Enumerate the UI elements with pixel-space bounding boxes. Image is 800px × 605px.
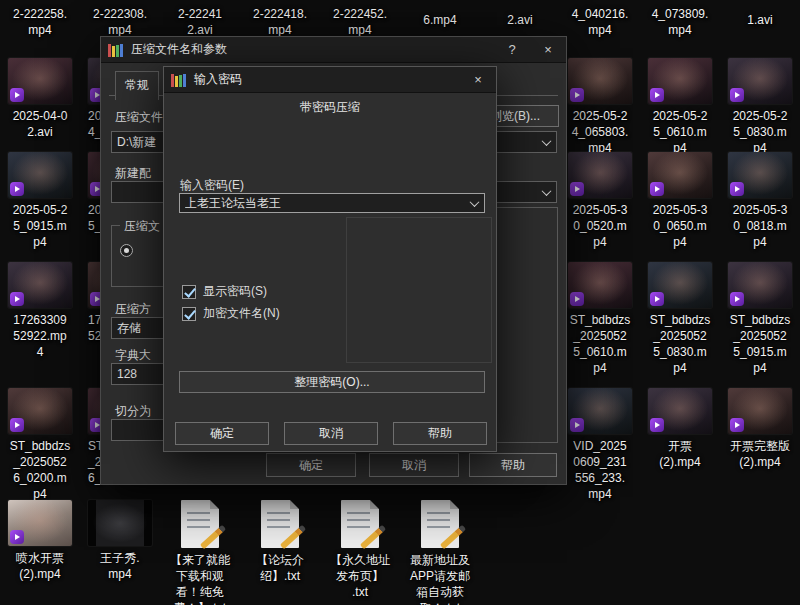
desktop-icon-label: 1726330952922.mp4: [0, 312, 80, 360]
desktop-icon[interactable]: 2025-05-25_0830.mp4: [720, 58, 800, 156]
help-button[interactable]: 帮助: [469, 453, 557, 477]
desktop-icon-label: 6.mp4: [400, 12, 480, 28]
desktop-icon[interactable]: 2025-05-30_0650.mp4: [640, 152, 720, 250]
tab-general[interactable]: 常规: [115, 71, 159, 100]
desktop-icon[interactable]: 最新地址及APP请发邮箱自动获取！.txt: [400, 500, 480, 605]
desktop-icon[interactable]: 【来了就能下载和观看！纯免费！】.txt: [160, 500, 240, 605]
show-password-checkbox[interactable]: 显示密码(S): [182, 283, 267, 300]
desktop-icon[interactable]: 2-222418.mp4: [240, 2, 320, 38]
media-player-badge-icon: [10, 530, 24, 544]
desktop-icon[interactable]: 1726330952922.mp4: [0, 262, 80, 360]
media-player-badge-icon: [10, 418, 24, 432]
password-input-label: 输入密码(E): [180, 177, 244, 194]
video-thumbnail: [8, 58, 72, 104]
desktop-icon[interactable]: 1.avi: [720, 8, 800, 28]
desktop-icon-label: 2-222308.mp4: [80, 6, 160, 38]
desktop-icon[interactable]: 2-222452.mp4: [320, 2, 400, 38]
password-dialog-header: 带密码压缩: [164, 99, 496, 116]
text-file-icon: [181, 500, 219, 548]
desktop-icon-label: 最新地址及APP请发邮箱自动获取！.txt: [400, 552, 480, 605]
desktop-icon-label: 2025-05-25_0915.mp4: [0, 202, 80, 250]
desktop-icon[interactable]: 【论坛介绍】.txt: [240, 500, 320, 584]
cancel-button[interactable]: 取消: [284, 422, 378, 445]
desktop-icon[interactable]: 开票(2).mp4: [640, 388, 720, 470]
video-thumbnail: [8, 262, 72, 308]
page-fold-icon: [210, 500, 219, 509]
chevron-down-icon[interactable]: [466, 195, 483, 211]
desktop-icon[interactable]: ST_bdbdzs_20250525_0830.mp4: [640, 262, 720, 376]
video-thumbnail: [648, 152, 712, 198]
desktop-icon[interactable]: 喷水开票(2).mp4: [0, 500, 80, 582]
cancel-button[interactable]: 取消: [369, 453, 459, 477]
show-password-label: 显示密码(S): [203, 283, 267, 300]
desktop-icon-label: 2-222258.mp4: [0, 6, 80, 38]
media-player-badge-icon: [570, 88, 584, 102]
desktop-icon[interactable]: 2025-05-30_0818.mp4: [720, 152, 800, 250]
desktop-icon[interactable]: 2.avi: [480, 8, 560, 28]
video-thumbnail: [728, 262, 792, 308]
desktop-icon-label: 2025-05-25_0830.mp4: [720, 108, 800, 156]
media-player-badge-icon: [650, 182, 664, 196]
desktop-icon[interactable]: 2025-04-02.avi: [0, 58, 80, 140]
desktop-icon[interactable]: 4_040216.mp4: [560, 2, 640, 38]
text-file-icon: [341, 500, 379, 548]
page-fold-icon: [370, 500, 379, 509]
pencil-icon: [200, 525, 226, 550]
page-fold-icon: [450, 500, 459, 509]
desktop-icon-label: ST_bdbdzs_20250525_0610.mp4: [560, 312, 640, 376]
desktop-icon[interactable]: 2025-05-24_065803.mp4: [560, 58, 640, 156]
desktop-icon[interactable]: 2-222258.mp4: [0, 2, 80, 38]
video-thumbnail: [8, 388, 72, 434]
ok-button[interactable]: 确定: [266, 453, 356, 477]
archive-dialog-titlebar[interactable]: 压缩文件名和参数 ? ×: [101, 37, 566, 63]
close-icon[interactable]: ×: [530, 37, 566, 63]
text-file-icon: [421, 500, 459, 548]
media-player-badge-icon: [570, 292, 584, 306]
archive-name-label: 压缩文件: [115, 109, 163, 126]
media-player-badge-icon: [650, 292, 664, 306]
desktop-icon-label: VID_20250609_231556_233.mp4: [560, 438, 640, 502]
media-player-badge-icon: [730, 418, 744, 432]
desktop-icon-label: 2025-05-30_0818.mp4: [720, 202, 800, 250]
desktop-icon[interactable]: ST_bdbdzs_20250525_0915.mp4: [720, 262, 800, 376]
desktop-icon[interactable]: 6.mp4: [400, 8, 480, 28]
desktop-icon-label: 2-222412.avi: [160, 6, 240, 38]
desktop-icon[interactable]: 【永久地址发布页】.txt: [320, 500, 400, 600]
desktop-icon[interactable]: 4_073809.mp4: [640, 2, 720, 38]
desktop-icon-label: 喷水开票(2).mp4: [0, 550, 80, 582]
desktop-icon[interactable]: 2-222412.avi: [160, 2, 240, 38]
media-player-badge-icon: [570, 182, 584, 196]
desktop-icon[interactable]: 开票完整版(2).mp4: [720, 388, 800, 470]
profile-label: 新建配: [115, 165, 151, 182]
ok-button[interactable]: 确定: [175, 422, 269, 445]
desktop-icon[interactable]: 2-222308.mp4: [80, 2, 160, 38]
help-icon[interactable]: ?: [494, 37, 530, 63]
encrypt-filenames-label: 加密文件名(N): [203, 305, 280, 322]
desktop-icon[interactable]: 2025-05-25_0915.mp4: [0, 152, 80, 250]
desktop-icon-label: 2.avi: [480, 12, 560, 28]
desktop-icon-label: 2025-05-30_0650.mp4: [640, 202, 720, 250]
password-combo[interactable]: 上老王论坛当老王: [179, 193, 485, 213]
desktop-icon[interactable]: VID_20250609_231556_233.mp4: [560, 388, 640, 502]
checkbox-check-icon[interactable]: [182, 285, 196, 299]
video-thumbnail: [568, 152, 632, 198]
desktop-icon[interactable]: 2025-05-30_0520.mp4: [560, 152, 640, 250]
desktop-icon[interactable]: 王子秀.mp4: [80, 500, 160, 582]
video-thumbnail: [728, 388, 792, 434]
close-icon[interactable]: ×: [460, 67, 496, 93]
organize-passwords-button[interactable]: 整理密码(O)...: [179, 371, 485, 393]
desktop-icon[interactable]: ST_bdbdzs_20250526_0200.mp4: [0, 388, 80, 502]
format-radio[interactable]: [120, 244, 133, 257]
checkbox-check-icon[interactable]: [182, 307, 196, 321]
chevron-down-icon[interactable]: [538, 183, 555, 201]
encrypt-filenames-checkbox[interactable]: 加密文件名(N): [182, 305, 280, 322]
help-button[interactable]: 帮助: [393, 422, 487, 445]
dictionary-size-label: 字典大: [115, 347, 151, 364]
chevron-down-icon[interactable]: [538, 133, 555, 151]
desktop-icon[interactable]: 2025-05-25_0610.mp4: [640, 58, 720, 156]
password-dialog-titlebar[interactable]: 输入密码 ×: [164, 67, 496, 93]
desktop-icon-label: 开票完整版(2).mp4: [720, 438, 800, 470]
winrar-icon: [108, 43, 123, 57]
desktop-icon[interactable]: ST_bdbdzs_20250525_0610.mp4: [560, 262, 640, 376]
archive-path-text: D:\新建: [117, 134, 156, 151]
